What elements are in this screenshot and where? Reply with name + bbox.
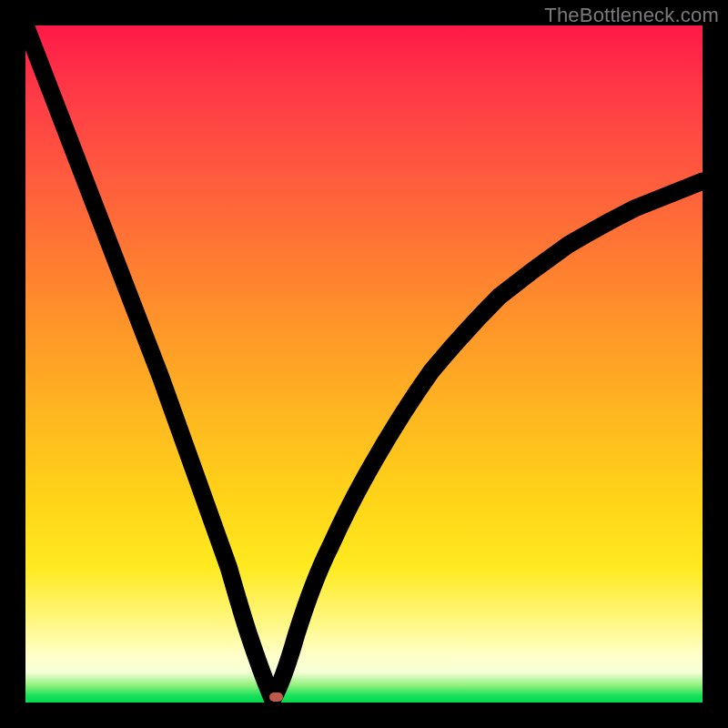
chart-frame: TheBottleneck.com [0,0,728,728]
severity-gradient [25,25,703,703]
attribution-label: TheBottleneck.com [544,4,719,27]
optimum-marker [269,693,283,702]
plot-area [25,25,703,703]
